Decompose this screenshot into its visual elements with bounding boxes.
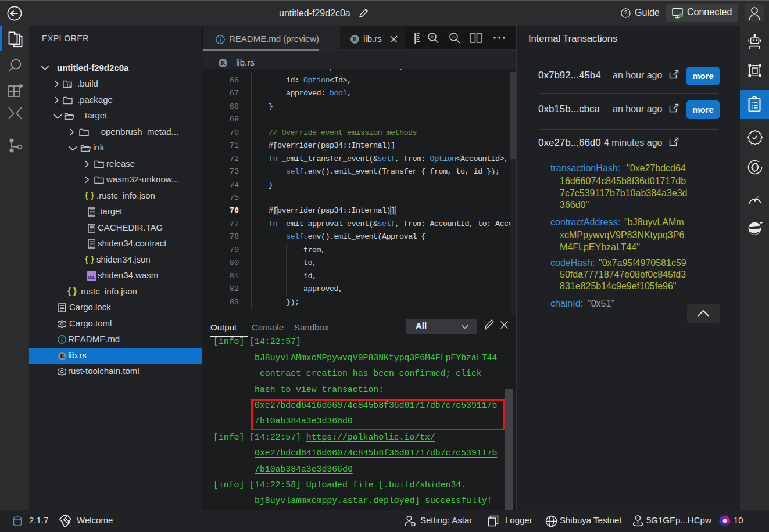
svg-text:?: ? [624, 10, 628, 16]
